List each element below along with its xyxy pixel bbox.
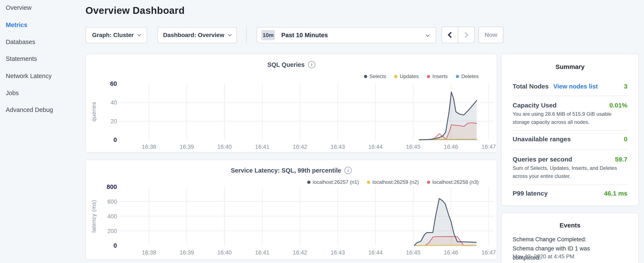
event-timestamp: May 13, 2020 at 4:45 PM — [512, 253, 574, 260]
time-range-badge: 10m — [261, 30, 275, 40]
qps-value: 59.7 — [615, 156, 628, 163]
x-tick-label: 16:39 — [180, 249, 194, 256]
divider — [512, 149, 628, 150]
chevron-down-icon — [426, 33, 429, 37]
x-tick-label: 16:46 — [444, 144, 458, 150]
x-tick-label: 16:42 — [293, 144, 307, 150]
sql-queries-chart-plot[interactable]: 16:3816:3916:4016:4116:4216:4316:4416:45… — [86, 54, 497, 152]
x-tick-label: 16:43 — [330, 249, 345, 256]
x-tick-label: 16:42 — [293, 249, 307, 256]
y-tick-label: 0 — [114, 242, 117, 249]
y-tick-label: 200 — [107, 228, 117, 234]
service-latency-chart-plot[interactable]: 16:3816:3916:4016:4116:4216:4316:4416:45… — [86, 160, 497, 259]
sidebar-item-network-latency[interactable]: Network Latency — [6, 73, 52, 80]
y-tick-label: 40 — [110, 99, 117, 106]
divider — [512, 184, 628, 185]
unavailable-ranges-value: 0 — [624, 136, 628, 143]
series-area-localhost:26257 (n1) — [414, 198, 476, 245]
events-title: Events — [502, 222, 638, 229]
y-tick-label: 20 — [110, 118, 117, 124]
x-tick-label: 16:39 — [180, 144, 194, 150]
time-step-forward-button[interactable] — [458, 27, 474, 43]
divider — [512, 96, 628, 96]
series-area-Selects — [419, 92, 477, 140]
dashboard-dropdown[interactable]: Dashboard: Overview — [157, 27, 237, 43]
sidebar-item-jobs[interactable]: Jobs — [6, 90, 19, 97]
x-tick-label: 16:46 — [444, 249, 458, 256]
x-tick-label: 16:38 — [142, 144, 156, 150]
sidebar-item-databases[interactable]: Databases — [6, 39, 35, 46]
y-axis-label: latency (ms) — [90, 200, 97, 232]
x-tick-label: 16:47 — [482, 144, 496, 150]
x-tick-label: 16:41 — [255, 249, 270, 256]
chevron-right-icon — [462, 32, 468, 38]
view-nodes-list-link[interactable]: View nodes list — [553, 83, 598, 90]
sidebar: Overview Metrics Databases Statements Ne… — [0, 0, 85, 263]
controls-divider — [246, 27, 247, 43]
x-tick-label: 16:44 — [368, 144, 383, 150]
sidebar-item-advanced-debug[interactable]: Advanced Debug — [6, 106, 53, 113]
time-step-buttons — [442, 27, 475, 43]
time-range-selector[interactable]: 10m Past 10 Minutes — [256, 27, 436, 43]
summary-panel: Summary Total NodesView nodes list 3 Cap… — [501, 54, 639, 206]
y-axis-label: queries — [90, 102, 97, 121]
page-title: Overview Dashboard — [86, 5, 185, 16]
x-tick-label: 16:47 — [482, 249, 496, 256]
y-tick-label: 0 — [114, 136, 117, 143]
capacity-used-value: 0.01% — [609, 102, 628, 109]
graph-scope-dropdown[interactable]: Graph: Cluster — [86, 27, 147, 43]
chevron-left-icon — [448, 32, 454, 38]
total-nodes-value: 3 — [624, 83, 628, 90]
x-tick-label: 16:41 — [255, 144, 270, 150]
y-tick-label: 60 — [110, 80, 117, 87]
now-button[interactable]: Now — [478, 27, 504, 43]
x-tick-label: 16:44 — [368, 249, 383, 256]
total-nodes-label: Total NodesView nodes list — [512, 83, 598, 90]
sidebar-item-metrics[interactable]: Metrics — [6, 22, 28, 29]
y-tick-label: 400 — [107, 213, 117, 220]
x-tick-label: 16:40 — [217, 249, 232, 256]
x-tick-label: 16:43 — [330, 144, 345, 150]
x-tick-label: 16:45 — [406, 249, 420, 256]
time-range-label: Past 10 Minutes — [281, 32, 328, 39]
x-tick-label: 16:38 — [142, 249, 156, 256]
x-tick-label: 16:40 — [217, 144, 232, 150]
capacity-used-description: You are using 28.6 MiB of 515.9 GiB usab… — [512, 110, 626, 126]
p99-latency-label: P99 latency — [512, 190, 548, 197]
sql-queries-chart-card: SQL Queries Selects Updates Inserts Dele… — [86, 54, 497, 153]
y-tick-label: 600 — [107, 198, 117, 205]
sidebar-item-statements[interactable]: Statements — [6, 55, 37, 62]
chevron-down-icon — [228, 33, 232, 36]
qps-description: Sum of Selects, Updates, Inserts, and De… — [512, 164, 626, 180]
graph-scope-label: Graph: Cluster — [92, 32, 134, 39]
x-tick-label: 16:45 — [406, 144, 420, 150]
divider — [512, 130, 628, 131]
sidebar-item-overview[interactable]: Overview — [6, 4, 32, 11]
chevron-down-icon — [138, 33, 141, 36]
capacity-used-label: Capacity Used — [512, 102, 556, 109]
time-step-back-button[interactable] — [442, 27, 458, 43]
service-latency-chart-card: Service Latency: SQL, 99th percentile lo… — [86, 160, 497, 260]
qps-label: Queries per second — [512, 156, 572, 163]
dashboard-label: Dashboard: Overview — [163, 32, 224, 39]
y-tick-label: 800 — [107, 183, 117, 190]
summary-title: Summary — [502, 63, 638, 70]
p99-latency-value: 46.1 ms — [604, 190, 628, 197]
unavailable-ranges-label: Unavailable ranges — [512, 136, 571, 143]
events-panel: Events Schema Change Completed: Schema c… — [501, 213, 639, 263]
